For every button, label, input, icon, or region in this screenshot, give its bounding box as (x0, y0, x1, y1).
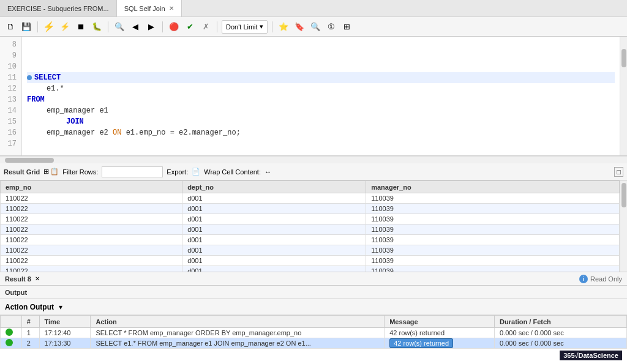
search-btn[interactable]: 🔍 (113, 20, 126, 34)
result-cell: d001 (182, 256, 366, 266)
output-row: 217:13:30SELECT e1.* FROM emp_manager e1… (1, 338, 627, 349)
result-close-icon[interactable]: ✕ (35, 275, 40, 282)
bookmark-btn[interactable]: ⭐ (277, 20, 290, 34)
output-duration: 0.000 sec / 0.000 sec (495, 328, 627, 338)
dropdown-arrow: ▾ (260, 23, 263, 31)
output-num: 2 (21, 338, 39, 349)
result-cell: 110039 (366, 245, 620, 256)
output-toolbar: Action Output ▾ (0, 299, 627, 315)
result-cell: 110022 (1, 256, 182, 266)
keyword-on: ON (113, 127, 121, 138)
keyword-from: FROM (27, 94, 45, 105)
output-time: 17:12:40 (39, 328, 91, 338)
col-duration: Duration / Fetch (495, 316, 627, 328)
result-cell: 110022 (1, 245, 182, 256)
limit-label: Don't Limit (226, 23, 258, 31)
code-emp-e1: emp_manager e1 (47, 105, 108, 116)
scroll-thumb-v[interactable] (621, 49, 626, 67)
code-line-10 (27, 61, 615, 72)
result-table: emp_no dept_no manager_no 110022d0011100… (0, 180, 620, 272)
stop-btn[interactable]: ⏹ (74, 20, 88, 34)
check-btn[interactable]: ✔ (183, 20, 197, 34)
code-line-8 (27, 39, 615, 50)
result-grid-inner: emp_no dept_no manager_no 110022d0011100… (0, 180, 620, 272)
read-only-section: i Read Only (579, 275, 622, 283)
tab-close-icon[interactable]: ✕ (169, 5, 174, 12)
run-btn[interactable]: ⚡ (42, 20, 56, 34)
result-row: 110022d001110039 (1, 235, 620, 245)
code-line-9 (27, 50, 615, 61)
fwd-btn[interactable]: ▶ (145, 20, 158, 34)
limit-dropdown[interactable]: Don't Limit ▾ (222, 20, 268, 34)
editor-toolbar: 🗋 💾 ⚡ ⚡ ⏹ 🐛 🔍 ◀ ▶ 🔴 ✔ ✗ Don't Limit ▾ ⭐ … (0, 17, 627, 37)
db-btn[interactable]: 🔴 (167, 20, 181, 34)
result-cell: d001 (182, 193, 366, 204)
breakpoint-dot (27, 75, 32, 80)
result-cell: 110022 (1, 204, 182, 214)
back-btn[interactable]: ◀ (129, 20, 142, 34)
save-btn[interactable]: 💾 (20, 20, 33, 34)
h-scroll-thumb[interactable] (5, 158, 54, 163)
result-tbody: 110022d001110039110022d001110039110022d0… (1, 193, 620, 272)
brand-container: 365√DataScience (560, 351, 622, 360)
output-header: Output (0, 286, 627, 299)
bookmark2-btn[interactable]: 🔖 (293, 20, 306, 34)
result-tab-label[interactable]: Result 8 (5, 275, 31, 283)
page-btn[interactable]: ① (325, 20, 338, 34)
info-icon: i (579, 275, 588, 283)
grid-icon[interactable]: ⊞ (43, 168, 49, 176)
output-time: 17:13:30 (39, 338, 91, 349)
result-cell: 110039 (366, 235, 620, 245)
form-icon[interactable]: 📋 (50, 168, 59, 176)
result-cell: d001 (182, 266, 366, 272)
line-numbers: 8 9 10 11 12 13 14 15 16 17 (0, 37, 22, 155)
find-btn[interactable]: 🔍 (309, 20, 322, 34)
output-num: 1 (21, 328, 39, 338)
keyword-join: JOIN (66, 116, 84, 127)
cross-btn[interactable]: ✗ (199, 20, 212, 34)
status-dot (6, 339, 13, 346)
action-output-dropdown[interactable]: ▾ (59, 303, 62, 311)
read-only-label: Read Only (590, 275, 622, 283)
code-line-13: FROM (27, 94, 615, 105)
message-badge: 42 row(s) returned (389, 338, 453, 348)
result-table-header: emp_no dept_no manager_no (1, 181, 620, 193)
tab-exercise[interactable]: EXERCISE - Subqueries FROM... (0, 0, 117, 17)
result-scrollbar-v[interactable] (620, 180, 627, 272)
export-label: Export: (167, 168, 188, 176)
run-sel-btn[interactable]: ⚡ (58, 20, 72, 34)
col-time: Time (39, 316, 91, 328)
filter-input[interactable] (102, 166, 163, 177)
result-grid-label: Result Grid (4, 168, 40, 176)
result-row: 110022d001110039 (1, 256, 620, 266)
result-cell: 110039 (366, 204, 620, 214)
editor-hscroll[interactable] (0, 156, 627, 163)
panel-icon[interactable]: □ (614, 167, 623, 177)
output-duration: 0.000 sec / 0.000 sec (495, 338, 627, 349)
col-dept-no: dept_no (182, 181, 366, 193)
result-row: 110022d001110039 (1, 245, 620, 256)
filter-label: Filter Rows: (62, 168, 98, 176)
result-row: 110022d001110039 (1, 214, 620, 225)
tab-self-join[interactable]: SQL Self Join ✕ (117, 0, 182, 17)
output-message: 42 row(s) returned (385, 328, 495, 338)
result-cell: 110039 (366, 193, 620, 204)
editor-scrollbar-v[interactable] (620, 37, 627, 155)
editor-content[interactable]: SELECT e1.* FROM emp_manager e1 JOIN emp… (22, 37, 620, 155)
output-row: 117:12:40SELECT * FROM emp_manager ORDER… (1, 328, 627, 338)
action-output-label: Action Output (5, 303, 54, 311)
code-condition: e1.emp_no = e2.manager_no; (121, 127, 240, 138)
grid-btn[interactable]: ⊞ (340, 20, 354, 34)
output-action: SELECT * FROM emp_manager ORDER BY emp_m… (91, 328, 385, 338)
brand-label: 365√DataScience (560, 351, 622, 360)
result-status-bar: Result 8 ✕ i Read Only (0, 272, 627, 285)
result-cell: d001 (182, 204, 366, 214)
result-cell: 110039 (366, 225, 620, 235)
export-icon[interactable]: 📄 (192, 168, 200, 176)
debug-btn[interactable]: 🐛 (90, 20, 103, 34)
col-manager-no: manager_no (366, 181, 620, 193)
new-file-btn[interactable]: 🗋 (4, 20, 17, 34)
result-scroll-thumb[interactable] (621, 183, 626, 207)
wrap-icon[interactable]: ↔ (265, 168, 271, 176)
result-cell: d001 (182, 245, 366, 256)
